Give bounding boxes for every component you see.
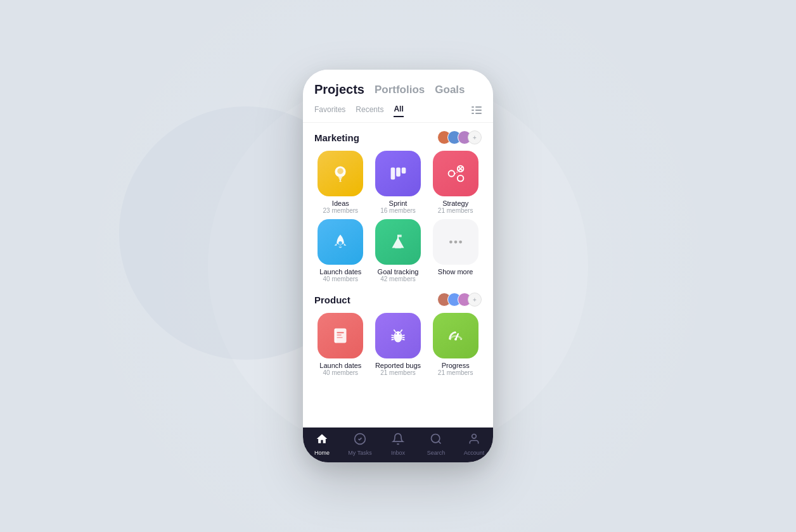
svg-point-24 — [454, 241, 457, 244]
goal-tracking-members: 42 members — [380, 276, 416, 282]
sub-tab-all[interactable]: All — [394, 104, 403, 117]
product-avatar-group: + — [437, 293, 482, 307]
svg-line-34 — [401, 330, 402, 332]
avatar-add-marketing[interactable]: + — [468, 130, 482, 144]
nav-inbox-label: Inbox — [391, 450, 405, 456]
goal-tracking-name: Goal tracking — [378, 268, 419, 276]
nav-home[interactable]: Home — [303, 433, 341, 456]
svg-point-42 — [399, 333, 401, 334]
project-launch-dates-m[interactable]: Launch dates 40 members — [314, 219, 367, 282]
sprint-name: Sprint — [389, 200, 408, 207]
nav-account[interactable]: Account — [455, 433, 493, 456]
tab-projects[interactable]: Projects — [314, 82, 364, 97]
section-marketing: Marketing + — [314, 130, 482, 282]
ideas-members: 23 members — [323, 207, 359, 214]
progress-members: 21 members — [438, 369, 473, 376]
nav-search[interactable]: Search — [417, 433, 455, 456]
show-more-icon — [433, 219, 478, 265]
progress-name: Progress — [442, 362, 470, 369]
svg-rect-2 — [472, 110, 474, 111]
svg-point-44 — [454, 338, 457, 341]
my-tasks-icon — [354, 433, 366, 448]
svg-point-11 — [339, 180, 342, 182]
reported-bugs-members: 21 members — [380, 369, 416, 376]
section-product-title: Product — [314, 294, 350, 305]
svg-rect-27 — [337, 332, 344, 333]
svg-point-19 — [448, 170, 454, 177]
svg-rect-7 — [338, 177, 342, 179]
project-progress[interactable]: Progress 21 members — [429, 313, 482, 376]
svg-line-33 — [394, 330, 395, 332]
section-product-header: Product + — [314, 293, 482, 307]
marketing-project-grid: Ideas 23 members S — [314, 151, 482, 282]
phone-frame: Projects Portfolios Goals Favorites Rece… — [303, 70, 493, 462]
project-sprint[interactable]: Sprint 16 members — [372, 151, 425, 214]
svg-point-18 — [458, 175, 464, 182]
nav-my-tasks[interactable]: My Tasks — [341, 433, 379, 456]
sprint-members: 16 members — [380, 207, 416, 214]
project-goal-tracking[interactable]: Goal tracking 42 members — [372, 219, 425, 282]
sub-tabs: Favorites Recents All — [303, 102, 493, 123]
project-ideas[interactable]: Ideas 23 members — [314, 151, 367, 214]
strategy-members: 21 members — [438, 207, 473, 214]
svg-line-38 — [402, 335, 405, 336]
launch-dates-p-members: 40 members — [323, 369, 359, 376]
svg-rect-13 — [396, 168, 401, 177]
launch-dates-m-members: 40 members — [323, 276, 359, 282]
svg-point-25 — [459, 241, 462, 244]
svg-point-20 — [338, 241, 342, 245]
svg-line-37 — [392, 339, 394, 340]
nav-my-tasks-label: My Tasks — [348, 450, 371, 456]
account-icon — [468, 433, 480, 448]
svg-rect-5 — [475, 113, 482, 114]
home-icon — [316, 433, 328, 448]
svg-rect-1 — [475, 106, 482, 108]
nav-search-label: Search — [427, 450, 446, 456]
svg-point-9 — [338, 168, 344, 174]
section-marketing-title: Marketing — [314, 132, 359, 143]
svg-line-40 — [402, 339, 405, 340]
svg-point-41 — [395, 333, 397, 334]
svg-rect-28 — [337, 334, 342, 336]
svg-rect-4 — [472, 113, 474, 114]
header-tabs: Projects Portfolios Goals — [303, 70, 493, 102]
launch-dates-m-name: Launch dates — [319, 268, 361, 276]
list-view-icon[interactable] — [472, 106, 482, 116]
project-reported-bugs[interactable]: Reported bugs 21 members — [372, 313, 425, 376]
tab-goals[interactable]: Goals — [435, 84, 465, 96]
svg-point-49 — [432, 434, 440, 443]
goal-tracking-icon — [375, 219, 421, 265]
svg-rect-14 — [402, 168, 406, 174]
product-project-grid: Launch dates 40 members — [314, 313, 482, 376]
ideas-name: Ideas — [332, 200, 349, 207]
sub-tab-favorites[interactable]: Favorites — [314, 105, 345, 117]
bottom-nav: Home My Tasks Inbox — [303, 428, 493, 462]
nav-account-label: Account — [464, 450, 485, 456]
show-more-name: Show more — [438, 268, 473, 276]
project-show-more[interactable]: Show more — [429, 219, 482, 282]
svg-rect-3 — [475, 110, 482, 111]
svg-rect-22 — [399, 235, 402, 238]
screen: Projects Portfolios Goals Favorites Rece… — [303, 70, 493, 462]
launch-dates-m-icon — [318, 219, 363, 265]
sprint-icon — [375, 151, 421, 196]
tab-portfolios[interactable]: Portfolios — [375, 84, 425, 96]
avatar-add-product[interactable]: + — [468, 293, 482, 307]
section-marketing-header: Marketing + — [314, 130, 482, 144]
svg-rect-0 — [472, 106, 474, 108]
svg-rect-12 — [391, 168, 395, 180]
svg-point-23 — [449, 241, 453, 244]
nav-home-label: Home — [314, 450, 330, 456]
inbox-icon — [392, 433, 404, 448]
project-strategy[interactable]: Strategy 21 members — [429, 151, 482, 214]
svg-point-50 — [472, 434, 477, 439]
project-launch-dates-p[interactable]: Launch dates 40 members — [314, 313, 367, 376]
sub-tab-recents[interactable]: Recents — [356, 105, 383, 117]
svg-line-35 — [392, 335, 394, 336]
ideas-icon — [318, 151, 363, 196]
launch-dates-p-icon — [318, 313, 363, 358]
svg-rect-21 — [397, 235, 399, 240]
section-product: Product + — [314, 293, 482, 376]
progress-icon — [433, 313, 478, 358]
nav-inbox[interactable]: Inbox — [379, 433, 417, 456]
